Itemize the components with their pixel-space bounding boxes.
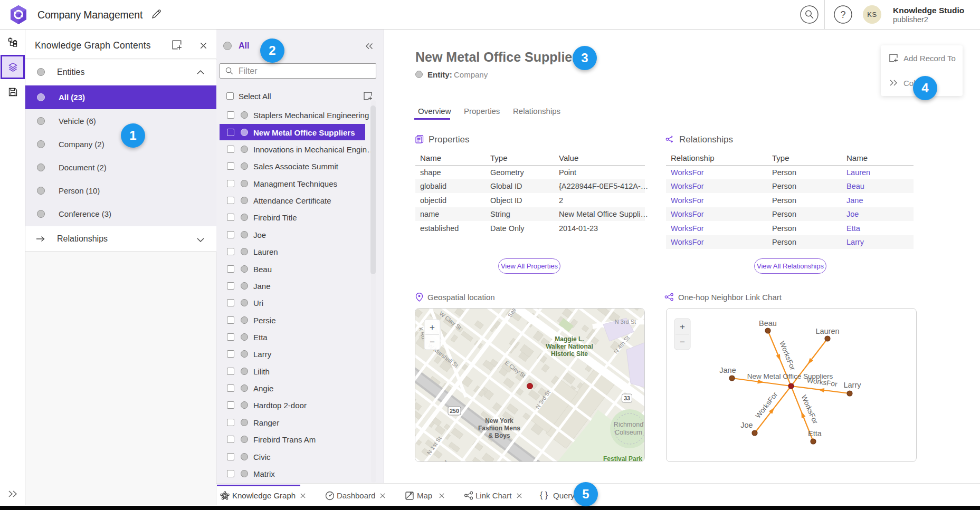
svg-text:?: ? — [840, 9, 845, 20]
svg-text:Maggie L.: Maggie L. — [555, 335, 584, 343]
svg-text:Festival Park: Festival Park — [603, 455, 642, 462]
svg-text:250: 250 — [450, 408, 459, 414]
svg-text:WorksFor: WorksFor — [806, 376, 838, 388]
svg-text:−: − — [680, 337, 685, 347]
svg-text:Historic Site: Historic Site — [551, 350, 588, 358]
svg-text:33: 33 — [624, 395, 630, 401]
svg-text:WorksFor: WorksFor — [778, 340, 797, 371]
svg-text:Joe: Joe — [740, 421, 753, 429]
svg-text:Jane: Jane — [719, 366, 736, 374]
svg-text:N 3rd St: N 3rd St — [615, 319, 636, 325]
svg-text:Fashion Mens: Fashion Mens — [478, 425, 520, 432]
svg-text:Etta: Etta — [808, 429, 822, 438]
svg-text:Larry: Larry — [843, 381, 861, 389]
svg-text:Walker National: Walker National — [546, 343, 593, 350]
svg-text:New York: New York — [485, 417, 513, 425]
svg-text:−: − — [430, 337, 435, 347]
svg-text:& Boys: & Boys — [488, 432, 510, 439]
svg-text:Richmond: Richmond — [614, 421, 643, 428]
svg-text:Coliseum: Coliseum — [615, 429, 642, 436]
svg-text:Beau: Beau — [759, 319, 777, 328]
svg-text:+: + — [680, 322, 685, 332]
svg-text:WorksFor: WorksFor — [800, 394, 820, 426]
svg-text:WorksFor: WorksFor — [754, 390, 779, 420]
svg-text:Lauren: Lauren — [815, 327, 839, 335]
svg-text:+: + — [430, 322, 435, 332]
